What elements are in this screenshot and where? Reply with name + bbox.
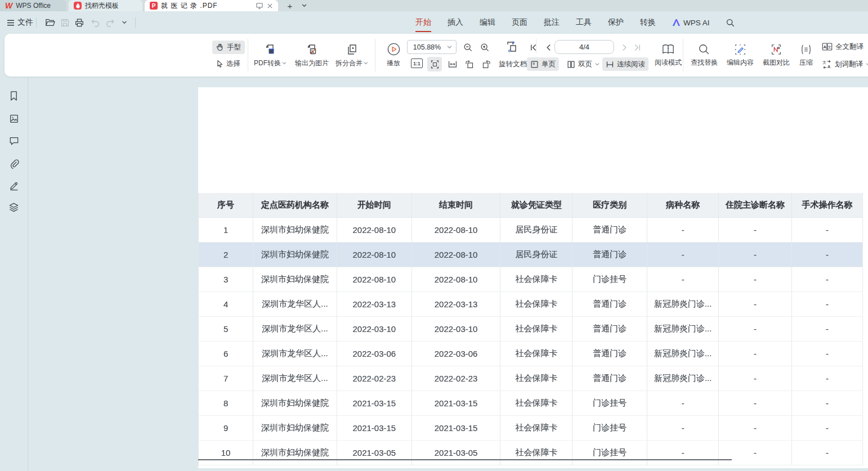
table-cell: - [792,441,863,465]
fit-page-button[interactable] [427,57,442,71]
select-tool-button[interactable]: 选择 [212,57,245,70]
table-cell: 2022-03-13 [412,292,501,316]
table-cell: - [719,441,792,465]
double-page-button[interactable]: 双页 [563,57,603,71]
screenshot-compare-icon [770,43,782,56]
last-page-button[interactable] [631,41,643,54]
wps-logo-icon: W [5,2,12,10]
close-tab-icon[interactable] [267,3,273,9]
export-image-icon [305,43,319,56]
continuous-reading-button[interactable]: 连续阅读 [602,57,648,71]
table-cell: 2022-08-10 [412,243,501,267]
table-header-row: 序号定点医药机构名称开始时间结束时间就诊凭证类型医疗类别病种名称住院主诊断名称手… [198,193,863,218]
menu-search-icon[interactable] [726,19,735,27]
menu-items: 开始 插入 编辑 页面 批注 工具 保护 转换 WPS AI [415,11,735,34]
file-menu-button[interactable]: 文件 [7,16,33,29]
split-merge-button[interactable]: 拆分合并 [332,37,372,73]
table-cell: 2022-08-10 [412,267,501,291]
rotate-document-label: 旋转文档 [499,60,527,69]
medical-records-table: 序号定点医药机构名称开始时间结束时间就诊凭证类型医疗类别病种名称住院主诊断名称手… [198,193,863,465]
page-number-input[interactable]: 4/4 [554,40,614,54]
menu-wps-ai[interactable]: WPS AI [672,19,710,27]
menu-home[interactable]: 开始 [415,17,431,28]
table-cell: 深圳市妇幼保健院 [253,243,337,267]
layers-panel-icon[interactable] [8,201,20,213]
table-cell: 居民身份证 [500,218,572,242]
table-cell: 深圳市龙华区人... [253,366,337,391]
previous-page-button[interactable] [542,41,554,54]
table-cell: 深圳市妇幼保健院 [253,416,337,440]
next-page-button[interactable] [619,41,631,54]
zoom-out-button[interactable] [461,41,475,54]
full-text-translate-button[interactable]: A文 全文翻译 [818,40,867,53]
single-page-label: 单页 [542,60,556,69]
replace-page-icon[interactable] [503,39,520,55]
read-mode-button[interactable]: 阅读模式 [651,37,686,73]
table-cell: 7 [198,366,253,391]
table-cell: 2022-08-10 [337,243,412,267]
open-file-button[interactable] [44,16,56,29]
tab-document-active[interactable]: P 就 医 记 录 .PDF [145,0,278,11]
full-translate-label: 全文翻译 [835,42,863,52]
pdf-file-icon: P [150,2,158,10]
monitor-icon[interactable] [256,2,263,10]
actual-size-button[interactable]: 1:1 [411,59,423,68]
new-tab-button[interactable]: + [285,1,295,11]
single-page-button[interactable]: 单页 [527,57,559,71]
table-cell: 普通门诊 [572,342,647,366]
table-cell: 2 [198,243,253,267]
table-cell: 深圳市妇幼保健院 [253,391,337,415]
table-cell: - [719,342,792,366]
tab-docer-templates[interactable]: 找稻壳模板 [69,0,142,11]
undo-button[interactable] [89,16,101,29]
quick-access-chevron-icon[interactable] [118,16,131,29]
zoom-in-button[interactable] [478,41,491,54]
tab-wps-home[interactable]: W WPS Office [0,0,66,11]
play-button[interactable]: 播放 [381,37,406,73]
print-button[interactable] [73,16,86,29]
menu-insert[interactable]: 插入 [448,17,463,28]
save-button[interactable] [59,16,71,29]
edit-content-button[interactable]: 编辑内容 [723,37,758,73]
pdf-convert-button[interactable]: W PDF转换 [250,37,290,73]
rotate-left-button[interactable] [462,57,477,71]
table-cell: 2022-02-23 [337,366,412,391]
rotate-document-button[interactable]: 旋转文档 [495,57,530,71]
table-cell: - [792,292,863,316]
menu-tools[interactable]: 工具 [576,17,592,28]
svg-text:文: 文 [827,45,831,50]
screenshot-compare-button[interactable]: 截图对比 [759,37,794,73]
compress-button[interactable]: 压缩 [794,37,818,73]
bookmark-panel-icon[interactable] [8,90,20,102]
menu-comment[interactable]: 批注 [544,17,560,28]
table-cell: 深圳市妇幼保健院 [253,267,337,291]
rotate-right-button[interactable] [479,57,494,71]
export-image-button[interactable]: 输出为图片 [290,37,333,73]
comment-panel-icon[interactable] [8,135,20,147]
redo-button[interactable] [104,16,116,29]
table-cell: 深圳市龙华区人... [253,292,337,316]
table-cell: - [792,243,863,267]
table-row: 10深圳市妇幼保健院2021-03-052021-03-05社会保障卡门诊挂号-… [198,441,863,465]
chevron-down-icon [595,63,599,66]
tab-list-chevron-icon[interactable] [299,1,309,11]
first-page-button[interactable] [527,41,539,54]
menu-protect[interactable]: 保护 [608,17,624,28]
fit-width-button[interactable] [445,57,460,71]
word-translate-button[interactable]: 文A 划词翻译 [818,57,868,71]
attachment-panel-icon[interactable] [8,158,20,169]
hand-tool-button[interactable]: 手型 [212,41,245,54]
menu-convert[interactable]: 转换 [640,17,656,28]
table-cell: 2021-03-15 [337,416,412,440]
menu-edit[interactable]: 编辑 [480,17,495,28]
thumbnail-panel-icon[interactable] [8,113,20,124]
menu-page[interactable]: 页面 [512,17,527,28]
find-replace-button[interactable]: 查找替换 [687,37,722,73]
zoom-level-select[interactable]: 105.88% [407,40,457,54]
table-cell: 病种名称 [647,193,719,217]
table-row: 9深圳市妇幼保健院2021-03-152021-03-15社会保障卡门诊挂号--… [198,416,863,441]
signature-panel-icon[interactable] [8,180,20,191]
table-cell: 就诊凭证类型 [500,193,572,217]
hand-tool-label: 手型 [227,43,241,52]
table-row: 8深圳市妇幼保健院2021-03-152021-03-15社会保障卡门诊挂号--… [198,391,863,416]
